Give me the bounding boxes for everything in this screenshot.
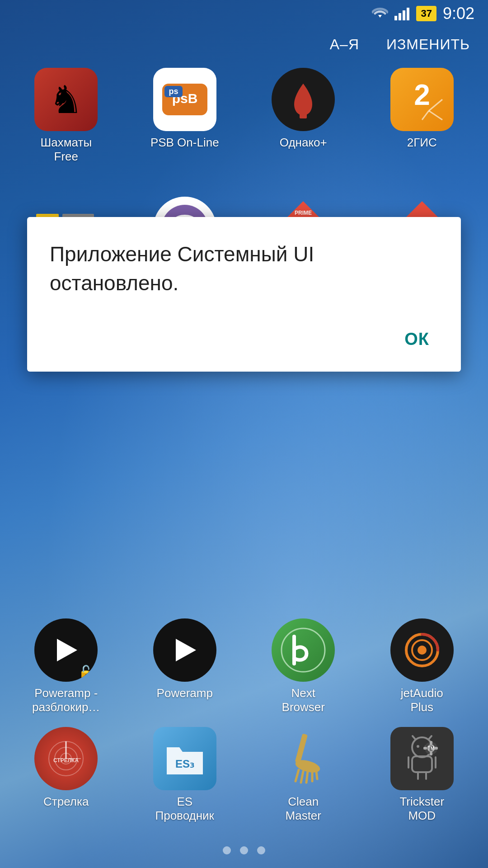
modal-overlay: Приложение Системный UI остановлено. ОК	[0, 0, 488, 868]
dialog-box: Приложение Системный UI остановлено. ОК	[27, 217, 461, 372]
dialog-ok-button[interactable]: ОК	[395, 325, 438, 354]
dialog-actions: ОК	[50, 325, 438, 358]
dialog-message: Приложение Системный UI остановлено.	[50, 240, 438, 298]
